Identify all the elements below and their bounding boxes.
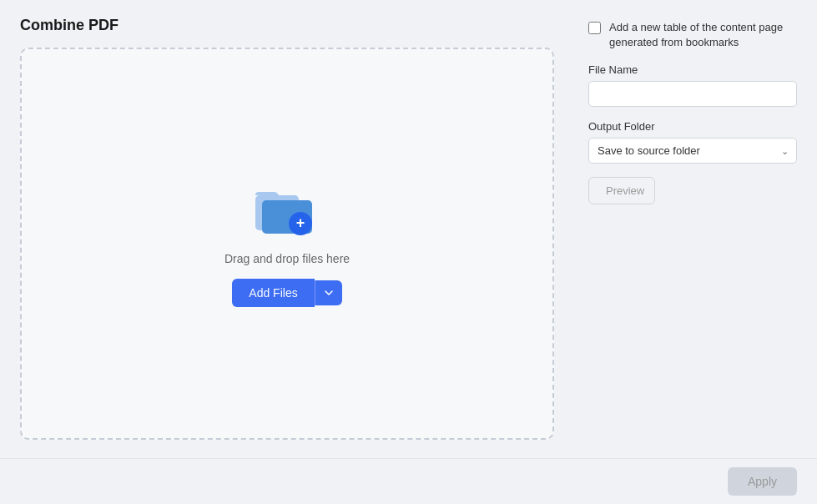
add-files-button[interactable]: Add Files	[232, 279, 314, 307]
add-files-row: Add Files	[232, 279, 341, 307]
drop-zone[interactable]: + Drag and drop files here Add Files	[20, 48, 554, 440]
chevron-down-icon	[324, 288, 334, 298]
file-name-field: File Name	[588, 63, 797, 107]
file-name-input[interactable]	[588, 81, 797, 107]
preview-button-wrapper: Preview	[588, 177, 797, 204]
bookmark-checkbox-label: Add a new table of the content page gene…	[609, 20, 797, 50]
file-name-label: File Name	[588, 63, 797, 76]
bottom-bar: Apply	[0, 458, 817, 504]
svg-text:+: +	[296, 214, 305, 231]
preview-button[interactable]: Preview	[588, 177, 655, 204]
output-folder-select-wrapper: Save to source folder Custom folder ⌄	[588, 138, 797, 164]
folder-icon: +	[254, 180, 320, 239]
output-folder-field: Output Folder Save to source folder Cust…	[588, 120, 797, 164]
output-folder-label: Output Folder	[588, 120, 797, 133]
bookmark-checkbox[interactable]	[588, 22, 601, 34]
page-title: Combine PDF	[20, 17, 568, 34]
output-folder-select[interactable]: Save to source folder Custom folder	[588, 138, 797, 164]
bookmark-checkbox-row: Add a new table of the content page gene…	[588, 20, 797, 50]
drop-text: Drag and drop files here	[224, 252, 350, 265]
apply-button[interactable]: Apply	[728, 467, 797, 496]
add-files-dropdown-button[interactable]	[315, 280, 342, 305]
